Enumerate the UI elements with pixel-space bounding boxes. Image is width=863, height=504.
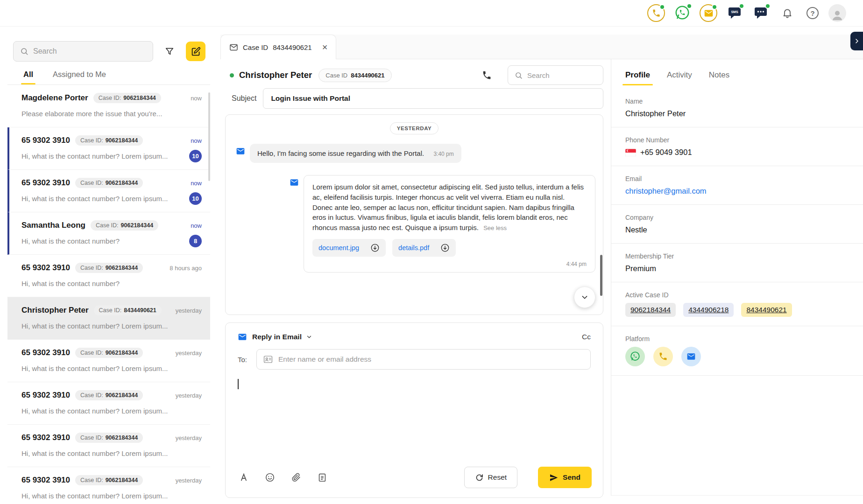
message-editor[interactable] [226,370,603,467]
livechat-channel-button[interactable] [752,4,770,22]
case-tab[interactable]: Case ID 8434490621 × [220,35,336,59]
conversation-list-item[interactable]: 65 9302 3910 Case ID: 9062184344 8 hours… [7,255,210,297]
case-id-value: 9062184344 [106,180,138,186]
recipient-input[interactable] [278,355,584,364]
phone-channel-button[interactable] [647,4,665,22]
conversation-list-item[interactable]: 65 9302 3910 Case ID: 9062184344 yesterd… [7,340,210,382]
thread-scrollbar[interactable] [600,255,602,296]
tab-profile[interactable]: Profile [625,70,650,85]
email-icon [238,332,247,342]
case-id-chip: Case ID: 9062184344 [91,220,158,231]
conversation-list-item[interactable]: Magdelene Porter Case ID: 9062184344 now… [7,85,210,127]
conversation-name: Samantha Leong [21,221,85,230]
field-label: Name [625,98,849,105]
whatsapp-icon[interactable] [625,347,645,366]
tab-notes[interactable]: Notes [709,70,729,85]
refresh-icon [475,473,484,482]
field-label: Email [625,175,849,182]
compose-button[interactable] [186,42,205,61]
case-id-label: Case ID: [80,434,103,441]
notifications-bell-icon[interactable] [780,6,795,21]
conversation-name: 65 9302 3910 [21,263,70,273]
case-tabstrip: Case ID 8434490621 × [220,35,863,59]
contact-name: Christopher Peter [239,70,312,80]
recipient-row: To: [226,342,603,370]
sidebar-scrollbar[interactable] [208,92,210,181]
sms-channel-button[interactable]: SMS [726,4,743,22]
field-value: Christopher Peter [625,109,849,118]
tab-activity[interactable]: Activity [667,70,692,85]
template-icon[interactable] [316,471,328,483]
message-preview: Hi, what is the contact number? Lorem ip… [21,407,202,415]
attachment-chip[interactable]: details.pdf [392,239,456,257]
conversation-list-item[interactable]: Samantha Leong Case ID: 9062184344 now H… [7,212,210,255]
field-active-case-ids: Active Case ID 9062184344 4344906218 843… [611,291,863,317]
conversation-list-item[interactable]: 65 9302 3910 Case ID: 9062184344 yesterd… [7,467,210,504]
tab-assigned-to-me[interactable]: Assigned to Me [53,70,106,84]
case-id-chip: Case ID: 9062184344 [75,135,143,146]
case-id-chip: Case ID: 9062184344 [75,263,143,273]
cc-button[interactable]: Cc [582,333,591,341]
download-icon[interactable] [370,243,380,252]
filter-button[interactable] [163,44,177,58]
attachment-chip[interactable]: document.jpg [312,239,386,257]
conversation-name: Christopher Peter [21,306,89,315]
message-text: Lorem ipsum dolor sit amet, consectetur … [312,183,584,231]
reset-button[interactable]: Reset [464,467,518,488]
conversation-name: 65 9302 3910 [21,433,70,442]
conversation-list-item[interactable]: Christopher Peter Case ID: 8434490621 ye… [7,297,210,340]
call-button[interactable] [480,69,494,82]
email-channel-button[interactable] [700,4,717,22]
case-id-link[interactable]: 9062184344 [625,303,676,317]
message-preview: Please elaborate more the issue that you… [21,110,202,118]
text-format-icon[interactable] [238,471,250,483]
emoji-icon[interactable] [264,471,276,483]
user-avatar[interactable] [828,4,846,22]
case-id-value: 9062184344 [106,477,138,483]
conversation-search-input[interactable] [527,71,596,79]
tab-all[interactable]: All [23,70,33,84]
case-id-link[interactable]: 4344906218 [683,303,734,317]
case-id-link[interactable]: 8434490621 [741,303,792,317]
phone-icon[interactable] [653,347,673,366]
collapse-panel-button[interactable] [850,32,863,50]
scroll-to-bottom-button[interactable] [574,287,595,308]
recipient-field[interactable] [256,349,591,370]
case-id-value: 9062184344 [106,350,138,356]
divider [611,326,863,326]
help-icon[interactable]: ? [805,6,820,21]
send-button[interactable]: Send [538,467,592,488]
conversation-time: yesterday [176,307,202,314]
outgoing-message: Lorem ipsum dolor sit amet, consectetur … [226,175,603,273]
attach-file-icon[interactable] [290,471,302,483]
chevron-down-icon[interactable] [306,334,312,340]
conversation-list-item[interactable]: 65 9302 3910 Case ID: 9062184344 now Hi,… [7,127,210,170]
filter-icon [164,46,175,56]
contact-details-panel: Profile Activity Notes Name Christopher … [611,59,863,496]
case-id-label: Case ID: [80,265,103,271]
conversation-time: yesterday [176,477,202,484]
sidebar-search[interactable] [13,41,153,62]
see-less-link[interactable]: See less [483,224,507,231]
email-link[interactable]: christopher@gmail.com [625,187,849,196]
email-icon[interactable] [681,347,701,366]
conversation-time: now [191,180,202,187]
case-tab-id: 8434490621 [273,43,311,51]
sidebar-search-input[interactable] [33,47,146,56]
divider [611,375,863,376]
conversation-list-item[interactable]: 65 9302 3910 Case ID: 9062184344 yesterd… [7,425,210,467]
case-id-value: 9062184344 [106,434,138,441]
subject-input[interactable] [263,88,603,109]
download-icon[interactable] [440,243,450,252]
close-tab-icon[interactable]: × [322,42,328,52]
attachment-name: details.pdf [398,244,429,252]
conversation-list-item[interactable]: 65 9302 3910 Case ID: 9062184344 now Hi,… [7,170,210,212]
to-label: To: [238,356,256,364]
conversation-list-item[interactable]: 65 9302 3910 Case ID: 9062184344 yesterd… [7,382,210,425]
reply-channel-selector[interactable]: Reply in Email [252,333,302,341]
attachments: document.jpg details.pdf [312,239,587,257]
conversation-search[interactable] [508,65,603,85]
topbar: SMS ? [0,0,863,27]
search-icon [515,71,523,79]
whatsapp-channel-button[interactable] [673,4,691,22]
